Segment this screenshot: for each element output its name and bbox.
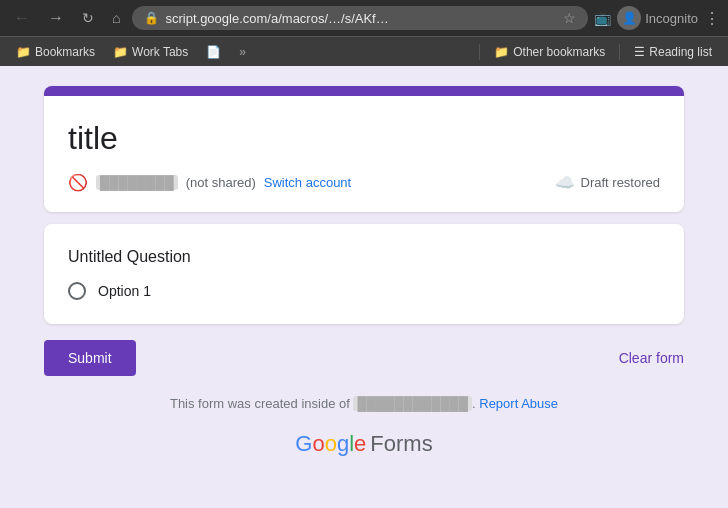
submit-button[interactable]: Submit xyxy=(44,340,136,376)
page-content: title 🚫 ████████ (not shared) Switch acc… xyxy=(0,66,728,508)
sidebar-item-work-tabs[interactable]: 📁 Work Tabs xyxy=(105,42,196,62)
question-title: Untitled Question xyxy=(68,248,660,266)
incognito-label: Incognito xyxy=(645,11,698,26)
draft-restored-status: ☁️ Draft restored xyxy=(555,173,660,192)
bookmarks-overflow-button[interactable]: » xyxy=(231,42,254,62)
browser-menu-button[interactable]: ⋮ xyxy=(704,9,720,28)
profile-area: 👤 Incognito xyxy=(617,6,698,30)
forward-button[interactable]: → xyxy=(42,5,70,31)
home-button[interactable]: ⌂ xyxy=(106,6,126,30)
bookmarks-label: Bookmarks xyxy=(35,45,95,59)
google-g2: g xyxy=(337,431,349,456)
forms-text: Forms xyxy=(370,431,432,457)
work-tabs-label: Work Tabs xyxy=(132,45,188,59)
reading-list-icon: ☰ xyxy=(634,45,645,59)
other-bookmarks-item[interactable]: 📁 Other bookmarks xyxy=(486,42,613,62)
google-logo-text: Google xyxy=(295,431,366,457)
other-bookmarks-label: Other bookmarks xyxy=(513,45,605,59)
google-forms-logo: Google Forms xyxy=(295,431,432,457)
form-container: title 🚫 ████████ (not shared) Switch acc… xyxy=(44,86,684,340)
form-meta-left: 🚫 ████████ (not shared) Switch account xyxy=(68,173,351,192)
bookmarks-divider-2 xyxy=(619,44,620,60)
google-g: G xyxy=(295,431,312,456)
bookmarks-bar: 📁 Bookmarks 📁 Work Tabs 📄 » 📁 Other book… xyxy=(0,36,728,66)
bookmarks-divider xyxy=(479,44,480,60)
visibility-off-icon: 🚫 xyxy=(68,173,88,192)
form-title: title xyxy=(68,120,660,157)
refresh-button[interactable]: ↻ xyxy=(76,6,100,30)
form-title-card: title 🚫 ████████ (not shared) Switch acc… xyxy=(44,86,684,212)
reading-list-label: Reading list xyxy=(649,45,712,59)
switch-account-link[interactable]: Switch account xyxy=(264,175,351,190)
reading-list-item[interactable]: ☰ Reading list xyxy=(626,42,720,62)
back-button[interactable]: ← xyxy=(8,5,36,31)
bookmark-star-icon[interactable]: ☆ xyxy=(563,10,576,26)
cloud-icon: ☁️ xyxy=(555,173,575,192)
footer-org: ████████████ xyxy=(353,396,472,411)
report-abuse-link[interactable]: Report Abuse xyxy=(479,396,558,411)
option-row: Option 1 xyxy=(68,282,660,300)
address-bar[interactable]: 🔒 script.google.com/a/macros/…/s/AKf… ☆ xyxy=(132,6,588,30)
google-o1: o xyxy=(312,431,324,456)
footer-text: This form was created inside of xyxy=(170,396,350,411)
cast-icon: 📺 xyxy=(594,10,611,26)
lock-icon: 🔒 xyxy=(144,11,159,25)
google-o2: o xyxy=(325,431,337,456)
clear-form-button[interactable]: Clear form xyxy=(619,350,684,366)
option-1-label: Option 1 xyxy=(98,283,151,299)
google-e: e xyxy=(354,431,366,456)
work-tabs-folder-icon: 📁 xyxy=(113,45,128,59)
radio-option-1[interactable] xyxy=(68,282,86,300)
bookmark-page-icon: 📄 xyxy=(206,45,221,59)
other-bookmarks-folder-icon: 📁 xyxy=(494,45,509,59)
not-shared-label: (not shared) xyxy=(186,175,256,190)
form-actions: Submit Clear form xyxy=(44,340,684,376)
draft-restored-label: Draft restored xyxy=(581,175,660,190)
avatar[interactable]: 👤 xyxy=(617,6,641,30)
form-meta: 🚫 ████████ (not shared) Switch account ☁… xyxy=(68,173,660,192)
bookmark-item-redacted[interactable]: 📄 xyxy=(198,42,229,62)
bookmark-folder-icon: 📁 xyxy=(16,45,31,59)
account-redacted: ████████ xyxy=(96,175,178,190)
address-text: script.google.com/a/macros/…/s/AKf… xyxy=(165,11,557,26)
form-question-card: Untitled Question Option 1 xyxy=(44,224,684,324)
form-footer: This form was created inside of ████████… xyxy=(44,396,684,411)
tab-bar: ← → ↻ ⌂ 🔒 script.google.com/a/macros/…/s… xyxy=(0,0,728,36)
sidebar-item-bookmarks[interactable]: 📁 Bookmarks xyxy=(8,42,103,62)
